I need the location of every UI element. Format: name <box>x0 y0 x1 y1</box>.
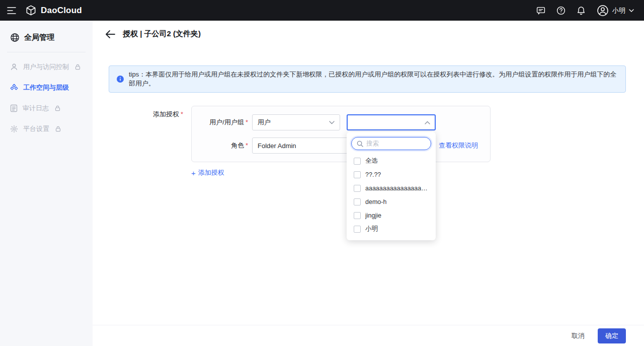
option-label: ??.?? <box>365 171 381 178</box>
brand-name: DaoCloud <box>41 6 82 16</box>
lock-icon <box>75 64 80 70</box>
dropdown-search[interactable] <box>351 137 431 150</box>
sidebar-title: 全局管理 <box>0 28 93 47</box>
app-window: DaoCloud 小明 <box>0 0 644 346</box>
lock-icon <box>55 126 61 132</box>
role-value: Folder Admin <box>258 142 296 150</box>
user-name: 小明 <box>612 6 625 15</box>
feedback-chat-icon[interactable] <box>536 6 545 15</box>
chevron-up-icon <box>425 121 430 124</box>
help-icon[interactable] <box>556 6 566 15</box>
user-select-open[interactable] <box>347 114 436 130</box>
content-area: tips：本界面仅用于给用户或用户组在未授权过的文件夹下新增权限，已授权的用户或… <box>93 47 644 325</box>
page-title: 授权 | 子公司2 (文件夹) <box>123 29 201 39</box>
dropdown-option-select-all[interactable]: 全选 <box>351 154 432 168</box>
brand-logo[interactable]: DaoCloud <box>25 5 82 16</box>
tips-text: tips：本界面仅用于给用户或用户组在未授权过的文件夹下新增权限，已授权的用户或… <box>129 70 618 88</box>
checkbox[interactable] <box>354 226 361 233</box>
option-label: 小明 <box>365 225 378 233</box>
add-authorization-form: 添加授权* 用户/用户组* 用户 <box>109 106 626 177</box>
sidebar: 全局管理 用户与访问控制 工作空间与层级 <box>0 21 93 346</box>
option-label: jingjie <box>365 212 381 219</box>
checkbox[interactable] <box>354 185 361 192</box>
role-row: 角色* Folder Admin 查看权限说明 <box>204 137 478 154</box>
sidebar-item-workspace-hierarchy[interactable]: 工作空间与层级 <box>0 77 93 98</box>
required-mark: * <box>246 118 248 126</box>
chevron-down-icon <box>629 9 634 12</box>
user-type-select[interactable]: 用户 <box>252 114 340 130</box>
option-label: 全选 <box>365 157 378 165</box>
checkbox[interactable] <box>354 171 361 178</box>
tips-banner: tips：本界面仅用于给用户或用户组在未授权过的文件夹下新增权限，已授权的用户或… <box>109 65 626 93</box>
add-authorization-link[interactable]: + 添加授权 <box>191 168 491 177</box>
dropdown-option[interactable]: jingjie <box>351 209 432 222</box>
dropdown-option[interactable]: ??.?? <box>351 168 432 181</box>
user-dropdown-panel: 全选 ??.?? aaaaaaaaaaaaaaaaa <box>347 132 436 240</box>
sidebar-item-label: 平台设置 <box>23 124 49 133</box>
sidebar-title-label: 全局管理 <box>24 33 54 42</box>
main-panel: 授权 | 子公司2 (文件夹) tips：本界面仅用于给用户或用户组在未授权过的… <box>93 21 644 346</box>
option-label: aaaaaaaaaaaaaaaaaaaa... <box>365 185 429 192</box>
top-bar: DaoCloud 小明 <box>0 0 644 21</box>
search-input[interactable] <box>366 140 426 147</box>
user-group-label: 用户/用户组* <box>204 118 252 127</box>
checkbox[interactable] <box>354 158 361 165</box>
globe-icon <box>10 33 20 42</box>
avatar <box>597 5 609 17</box>
info-icon <box>116 75 124 83</box>
add-link-label: 添加授权 <box>198 168 224 177</box>
chevron-down-icon <box>329 121 335 124</box>
sidebar-item-label: 审计日志 <box>23 104 49 113</box>
required-mark: * <box>181 110 183 118</box>
dropdown-option[interactable]: 小明 <box>351 222 432 236</box>
section-label: 添加授权* <box>109 106 183 177</box>
footer-actions: 取消 确定 <box>93 325 644 346</box>
search-icon <box>357 141 363 147</box>
sidebar-item-platform-settings[interactable]: 平台设置 <box>0 118 93 139</box>
daocloud-cube-icon <box>25 5 37 16</box>
checkbox[interactable] <box>354 212 361 219</box>
confirm-button[interactable]: 确定 <box>598 328 626 343</box>
user-menu[interactable]: 小明 <box>597 5 634 17</box>
page-header: 授权 | 子公司2 (文件夹) <box>93 21 644 47</box>
sidebar-item-label: 用户与访问控制 <box>23 62 69 72</box>
divider <box>7 52 86 52</box>
dropdown-option[interactable]: demo-h <box>351 195 432 209</box>
dropdown-option[interactable]: aaaaaaaaaaaaaaaaaaaa... <box>351 181 432 195</box>
cancel-button[interactable]: 取消 <box>568 328 589 343</box>
notification-bell-icon[interactable] <box>577 6 586 15</box>
workspace-diamonds-icon <box>10 84 18 92</box>
view-permission-link[interactable]: 查看权限说明 <box>439 141 478 150</box>
required-mark: * <box>246 142 248 149</box>
option-label: demo-h <box>365 198 386 205</box>
sidebar-item-user-access-control[interactable]: 用户与访问控制 <box>0 56 93 77</box>
menu-toggle-icon[interactable] <box>7 7 16 14</box>
document-icon <box>10 104 18 112</box>
gear-icon <box>10 125 18 133</box>
lock-icon <box>55 105 60 111</box>
user-type-value: 用户 <box>258 118 271 127</box>
role-label: 角色* <box>204 141 252 150</box>
sidebar-item-label: 工作空间与层级 <box>23 83 69 92</box>
user-group-row: 用户/用户组* 用户 <box>204 114 478 130</box>
back-arrow-icon[interactable] <box>106 30 115 38</box>
users-icon <box>10 63 18 71</box>
plus-icon: + <box>191 169 196 177</box>
checkbox[interactable] <box>354 198 361 205</box>
sidebar-item-audit-log[interactable]: 审计日志 <box>0 98 93 118</box>
authorization-card: 用户/用户组* 用户 <box>191 106 491 162</box>
